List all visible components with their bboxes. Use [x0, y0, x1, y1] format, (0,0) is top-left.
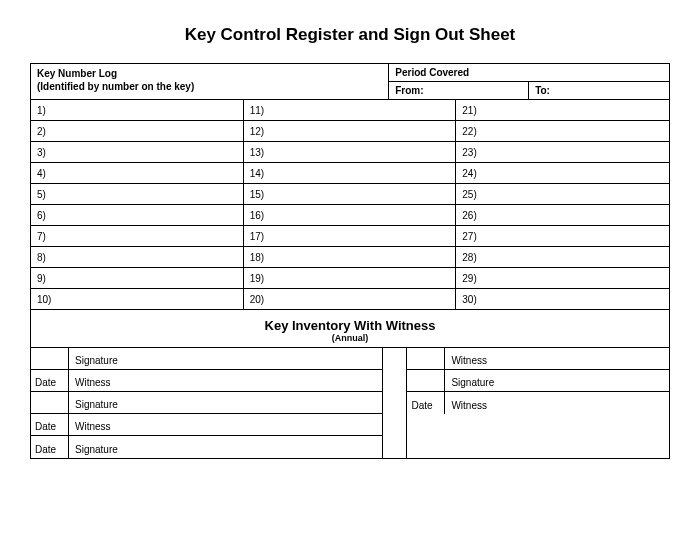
- date-cell: [407, 348, 445, 369]
- date-cell: Date: [31, 370, 69, 391]
- inventory-sub: (Annual): [31, 333, 669, 343]
- log-cell: 9): [31, 268, 243, 289]
- log-cell: 8): [31, 247, 243, 268]
- log-cell: 10): [31, 289, 243, 310]
- witness-label: Witness: [69, 370, 382, 391]
- date-cell: Date: [31, 414, 69, 435]
- log-cell: 30): [456, 289, 669, 310]
- log-cell: 26): [456, 205, 669, 226]
- period-title: Period Covered: [389, 64, 669, 82]
- log-cell: 24): [456, 163, 669, 184]
- log-cell: 6): [31, 205, 243, 226]
- signature-label: Signature: [445, 370, 669, 391]
- header-row: Key Number Log (Identified by number on …: [31, 64, 669, 100]
- date-cell: [407, 370, 445, 391]
- log-cell: 11): [244, 100, 456, 121]
- witness-label: Witness: [69, 414, 382, 435]
- key-log-title: Key Number Log: [37, 67, 382, 80]
- log-cell: 25): [456, 184, 669, 205]
- date-cell: Date: [407, 392, 445, 414]
- witness-label: Witness: [445, 392, 669, 414]
- log-cell: 2): [31, 121, 243, 142]
- log-cell: 12): [244, 121, 456, 142]
- period-to-label: To:: [529, 82, 669, 99]
- log-cell: 13): [244, 142, 456, 163]
- signature-label: Signature: [69, 436, 382, 458]
- log-col-1: 1) 2) 3) 4) 5) 6) 7) 8) 9) 10): [31, 100, 244, 310]
- log-cell: 20): [244, 289, 456, 310]
- key-log-header: Key Number Log (Identified by number on …: [31, 64, 388, 99]
- period-from-label: From:: [389, 82, 529, 99]
- log-col-2: 11) 12) 13) 14) 15) 16) 17) 18) 19) 20): [244, 100, 457, 310]
- witness-label: Witness: [445, 348, 669, 369]
- log-cell: 15): [244, 184, 456, 205]
- log-cell: 3): [31, 142, 243, 163]
- witness-left: Signature Date Witness Signature Date Wi…: [31, 348, 382, 458]
- log-cell: 29): [456, 268, 669, 289]
- log-col-3: 21) 22) 23) 24) 25) 26) 27) 28) 29) 30): [456, 100, 669, 310]
- log-cell: 4): [31, 163, 243, 184]
- log-cell: 19): [244, 268, 456, 289]
- witness-gap: [382, 348, 408, 458]
- log-cell: 27): [456, 226, 669, 247]
- log-cell: 18): [244, 247, 456, 268]
- log-cell: 17): [244, 226, 456, 247]
- log-cell: 16): [244, 205, 456, 226]
- log-cell: 28): [456, 247, 669, 268]
- page-title: Key Control Register and Sign Out Sheet: [30, 25, 670, 45]
- log-cell: 14): [244, 163, 456, 184]
- log-cell: 5): [31, 184, 243, 205]
- date-cell: [31, 348, 69, 369]
- date-cell: Date: [31, 436, 69, 458]
- log-cell: 1): [31, 100, 243, 121]
- log-cell: 21): [456, 100, 669, 121]
- form-table: Key Number Log (Identified by number on …: [30, 63, 670, 459]
- key-log-grid: 1) 2) 3) 4) 5) 6) 7) 8) 9) 10) 11) 12) 1…: [31, 100, 669, 310]
- witness-section: Signature Date Witness Signature Date Wi…: [31, 348, 669, 458]
- period-header: Period Covered From: To:: [388, 64, 669, 99]
- key-log-sub: (Identified by number on the key): [37, 80, 382, 93]
- inventory-title: Key Inventory With Witness: [31, 318, 669, 333]
- witness-right: Witness Signature Date Witness: [407, 348, 669, 458]
- log-cell: 22): [456, 121, 669, 142]
- date-cell: [31, 392, 69, 413]
- signature-label: Signature: [69, 392, 382, 413]
- inventory-header: Key Inventory With Witness (Annual): [31, 310, 669, 348]
- log-cell: 7): [31, 226, 243, 247]
- signature-label: Signature: [69, 348, 382, 369]
- log-cell: 23): [456, 142, 669, 163]
